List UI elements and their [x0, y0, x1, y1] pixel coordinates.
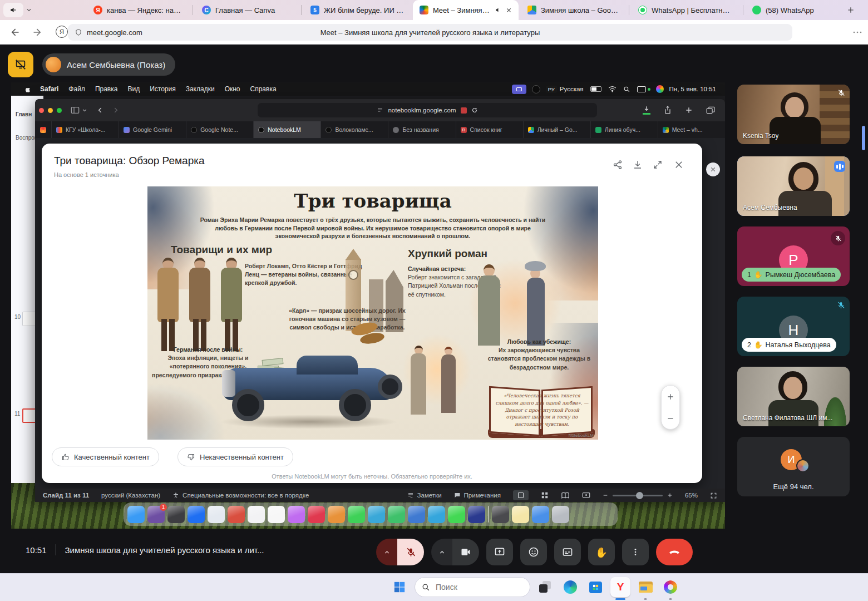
store-button[interactable]: [585, 577, 605, 597]
safari-url-field[interactable]: notebooklm.google.com: [258, 103, 597, 117]
safari-back-icon[interactable]: [96, 106, 104, 114]
more-menu-icon[interactable]: [852, 28, 862, 36]
share-button[interactable]: [611, 158, 624, 171]
browser-tab-whatsapp-web[interactable]: WhatsApp | Бесплатный з: [632, 0, 741, 20]
participant-tile-svetlana[interactable]: Светлана Филатова ШЛ им...: [737, 367, 850, 426]
feedback-good-button[interactable]: Качественный контент: [52, 447, 159, 466]
raise-hand-button[interactable]: ✋: [588, 539, 615, 565]
dock-icon-tv[interactable]: [468, 506, 485, 523]
safari-tab-3-active[interactable]: NotebookLM: [254, 121, 321, 138]
safari-tab-2[interactable]: Google Note...: [186, 121, 254, 138]
extension-badge-icon[interactable]: [461, 107, 467, 114]
new-tab-plus-icon[interactable]: [685, 106, 693, 114]
forward-button[interactable]: [32, 27, 43, 38]
safari-forward-icon[interactable]: [112, 106, 120, 114]
downloads-button[interactable]: [643, 106, 650, 115]
dock-icon-photos[interactable]: [268, 506, 285, 523]
edge-button[interactable]: [560, 577, 580, 597]
url-field[interactable]: meet.google.com Meet – Зимняя школа для …: [68, 24, 792, 41]
menu-bookmarks[interactable]: Закладки: [186, 85, 215, 93]
dock-icon-app-store[interactable]: [188, 506, 205, 523]
dock-icon-telegram[interactable]: [428, 506, 445, 523]
yandex-menu-button[interactable]: Я: [56, 26, 68, 38]
dock-icon-whatsapp[interactable]: [448, 506, 465, 523]
comments-button[interactable]: Примечания: [454, 492, 501, 499]
expand-button[interactable]: [651, 158, 664, 171]
fullscreen-icon[interactable]: [710, 492, 717, 499]
share-button[interactable]: [664, 106, 672, 115]
sidebar-scrollbar-thumb[interactable]: [862, 126, 865, 150]
dock-icon-launchpad[interactable]: [167, 506, 185, 523]
tab-overview-icon[interactable]: [706, 106, 715, 114]
dock-icon-slides-doc[interactable]: [248, 506, 265, 523]
participant-tile-natalya[interactable]: Н 2 ✋ Наталья Выходцева: [737, 297, 850, 356]
yandex-start-button[interactable]: [660, 577, 680, 597]
browser-tab-slides[interactable]: 5 ЖИ білім беруде. ИИ в об: [304, 0, 411, 20]
presenter-pill[interactable]: Асем Сембыевна (Показ): [42, 53, 175, 76]
menu-help[interactable]: Справка: [250, 85, 277, 93]
dock-icon-facetime[interactable]: [348, 506, 365, 523]
zoom-in-icon[interactable]: [667, 393, 674, 401]
input-language-label[interactable]: Русская: [560, 86, 584, 92]
yandex-browser-button[interactable]: Y: [610, 577, 630, 597]
present-button[interactable]: [486, 539, 513, 565]
mac-clock[interactable]: Пн, 5 янв. 10:51: [669, 86, 716, 92]
close-icon[interactable]: [506, 7, 512, 13]
safari-tab-9[interactable]: Meet – vh...: [658, 121, 725, 138]
tab-audio-mute-button[interactable]: [3, 3, 23, 17]
search-input[interactable]: [435, 582, 518, 592]
menu-file[interactable]: Файл: [68, 85, 85, 93]
shield-menu-icon[interactable]: [532, 85, 540, 93]
browser-tab-whatsapp[interactable]: (58) WhatsApp: [746, 0, 840, 20]
safari-tab-8[interactable]: Линия обуч...: [591, 121, 658, 138]
dock-icon-itunes[interactable]: [288, 506, 305, 523]
menu-history[interactable]: История: [150, 85, 176, 93]
task-view-button[interactable]: [535, 577, 555, 597]
presenter-view-button[interactable]: [582, 492, 590, 499]
dock-icon-color-app[interactable]: [328, 506, 345, 523]
language-status[interactable]: русский (Казахстан): [101, 492, 160, 499]
menu-window[interactable]: Окно: [225, 85, 240, 93]
file-explorer-button[interactable]: [635, 577, 655, 597]
safari-tab-0[interactable]: КГУ «Школа-...: [52, 121, 119, 138]
dock-icon-home[interactable]: [388, 506, 405, 523]
slide-counter[interactable]: Слайд 11 из 11: [43, 492, 89, 499]
safari-tab-5[interactable]: Без названия: [388, 121, 456, 138]
zoom-level[interactable]: 65%: [685, 492, 698, 499]
browser-tab-meet-active[interactable]: Meet – Зимняя школ: [413, 0, 519, 20]
minimize-window-button[interactable]: [48, 108, 53, 113]
pinned-tab[interactable]: [35, 121, 52, 138]
end-call-button[interactable]: [656, 539, 693, 565]
zoom-plus-icon[interactable]: [667, 492, 673, 498]
reactions-button[interactable]: [520, 539, 547, 565]
dock-icon-safari[interactable]: [208, 506, 225, 523]
menu-view[interactable]: Вид: [127, 85, 140, 93]
view-filmstrip-button[interactable]: [513, 490, 529, 500]
dock-icon-mail[interactable]: [228, 506, 245, 523]
back-button[interactable]: [9, 27, 20, 38]
chevron-down-icon[interactable]: [26, 7, 32, 13]
sidebar-toggle-icon[interactable]: [71, 106, 80, 114]
zoom-out-icon[interactable]: [667, 415, 674, 422]
more-options-button[interactable]: [622, 539, 649, 565]
participant-tile-asem-speaking[interactable]: Асем Сембыевна: [737, 156, 850, 216]
taskbar-search[interactable]: [415, 577, 530, 597]
mic-off-button[interactable]: [397, 539, 424, 565]
browser-tab-yandex[interactable]: Я канва — Яндекс: нашлась: [87, 0, 190, 20]
close-button[interactable]: [672, 158, 685, 171]
download-button[interactable]: [631, 158, 644, 171]
dock-icon-downloads-folder[interactable]: [532, 506, 549, 523]
page-reload-icon[interactable]: [471, 107, 478, 114]
more-participants-tile[interactable]: И Ещё 94 чел.: [737, 437, 850, 496]
menu-safari[interactable]: Safari: [40, 85, 58, 93]
view-grid-button[interactable]: [541, 491, 549, 499]
dock-icon-finder[interactable]: [127, 506, 145, 523]
screen-share-status-icon[interactable]: [512, 85, 526, 94]
slides-play-label[interactable]: Воспрои: [16, 135, 37, 141]
safari-tab-7[interactable]: Личный – Go...: [524, 121, 591, 138]
dock-icon-trash[interactable]: [552, 506, 569, 523]
participant-tile-ksenia[interactable]: Ksenia Tsoy: [737, 85, 850, 144]
close-window-button[interactable]: [39, 108, 44, 113]
dock-icon-photos-app[interactable]: 1: [147, 506, 165, 523]
camera-options-button[interactable]: [431, 539, 452, 565]
